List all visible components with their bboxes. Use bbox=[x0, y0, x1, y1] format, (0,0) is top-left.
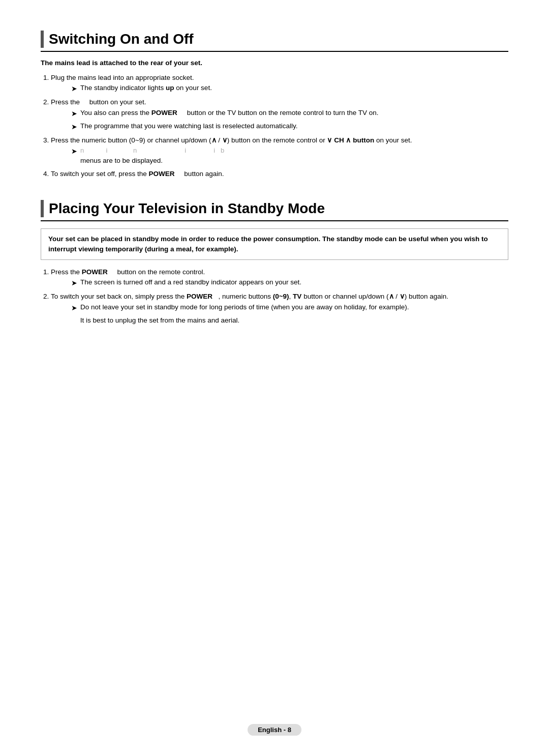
step2-sub: ➤ You also can press the POWER button or… bbox=[61, 108, 508, 132]
s2-step2-text: To switch your set back on, simply press… bbox=[51, 293, 448, 300]
s2-step2-sub2-text: It is best to unplug the set from the ma… bbox=[80, 315, 508, 326]
step2-sub2-text: The programme that you were watching las… bbox=[80, 121, 508, 131]
step3-sub: ➤ n i n i i b menus are to be displayed. bbox=[61, 146, 508, 166]
page-content: Switching On and Off The mains lead is a… bbox=[41, 31, 508, 327]
arrow-icon: ➤ bbox=[71, 303, 77, 313]
s2-step2-sub1: ➤ Do not leave your set in standby mode … bbox=[71, 302, 508, 313]
arrow-icon-blank bbox=[71, 316, 77, 327]
s2-step1-sub: ➤ The screen is turned off and a red sta… bbox=[61, 277, 508, 288]
step2-sub1-text: You also can press the POWER button or t… bbox=[80, 108, 508, 118]
arrow-icon: ➤ bbox=[71, 122, 77, 132]
section-title-standby: Placing Your Television in Standby Mode bbox=[41, 200, 508, 221]
section1-step4: To switch your set off, press the POWER … bbox=[51, 169, 508, 179]
section2-title-text: Placing Your Television in Standby Mode bbox=[49, 200, 325, 217]
step2-sub2: ➤ The programme that you were watching l… bbox=[71, 121, 508, 132]
title-bar-icon bbox=[41, 31, 44, 48]
arrow-icon: ➤ bbox=[71, 108, 77, 119]
s2-step1-text: Press the POWER button on the remote con… bbox=[51, 268, 205, 276]
step3-sub1: ➤ n i n i i b menus are to be displayed. bbox=[71, 146, 508, 166]
section2-step1: Press the POWER button on the remote con… bbox=[51, 267, 508, 288]
s2-step1-sub1-text: The screen is turned off and a red stand… bbox=[80, 277, 508, 287]
section2-steps: Press the POWER button on the remote con… bbox=[51, 267, 508, 327]
s2-step2-sub2: It is best to unplug the set from the ma… bbox=[71, 315, 508, 327]
step2-text: Press the button on your set. bbox=[51, 98, 146, 106]
s2-step2-sub: ➤ Do not leave your set in standby mode … bbox=[61, 302, 508, 327]
section1-step1: Plug the mains lead into an appropriate … bbox=[51, 73, 508, 94]
page-footer: English - 8 bbox=[0, 724, 549, 736]
arrow-icon: ➤ bbox=[71, 278, 77, 288]
arrow-icon: ➤ bbox=[71, 146, 77, 157]
s2-step1-sub1: ➤ The screen is turned off and a red sta… bbox=[71, 277, 508, 288]
section-title-switching: Switching On and Off bbox=[41, 31, 508, 52]
section1-steps: Plug the mains lead into an appropriate … bbox=[51, 73, 508, 180]
section1-step2: Press the button on your set. ➤ You also… bbox=[51, 97, 508, 132]
footer-page-label: English - 8 bbox=[248, 724, 301, 736]
section1-note: The mains lead is attached to the rear o… bbox=[41, 59, 508, 67]
step1-text: Plug the mains lead into an appropriate … bbox=[51, 74, 194, 81]
step1-sub: ➤ The standby indicator lights up on you… bbox=[61, 83, 508, 94]
step1-sub1-text: The standby indicator lights up on your … bbox=[80, 83, 508, 93]
step2-sub1: ➤ You also can press the POWER button or… bbox=[71, 108, 508, 119]
step3-sub1-text: n i n i i b menus are to be displayed. bbox=[80, 146, 508, 166]
title-bar-icon2 bbox=[41, 200, 44, 217]
section1-title-text: Switching On and Off bbox=[49, 31, 194, 47]
step1-sub1: ➤ The standby indicator lights up on you… bbox=[71, 83, 508, 94]
section1-step3: Press the numeric button (0~9) or channe… bbox=[51, 135, 508, 166]
arrow-icon: ➤ bbox=[71, 83, 77, 94]
section-standby: Placing Your Television in Standby Mode … bbox=[41, 200, 508, 327]
s2-step2-sub1-text: Do not leave your set in standby mode fo… bbox=[80, 302, 508, 312]
section-switching: Switching On and Off The mains lead is a… bbox=[41, 31, 508, 180]
section2-note: Your set can be placed in standby mode i… bbox=[41, 228, 508, 260]
step3-text: Press the numeric button (0~9) or channe… bbox=[51, 136, 412, 144]
section2-step2: To switch your set back on, simply press… bbox=[51, 292, 508, 326]
step4-text: To switch your set off, press the POWER … bbox=[51, 170, 224, 178]
